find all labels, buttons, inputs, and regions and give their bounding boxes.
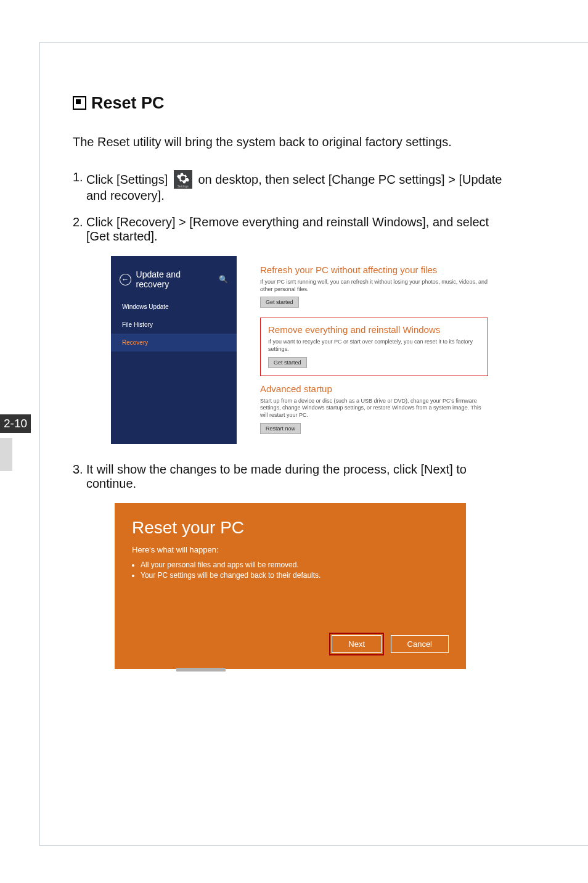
settings-sidebar: ← Update and recovery 🔍 Windows Update F…	[111, 256, 237, 444]
refresh-title: Refresh your PC without affecting your f…	[260, 265, 488, 275]
step-3-number: 3.	[73, 462, 86, 491]
reset-dialog-subtitle: Here's what will happen:	[132, 545, 449, 554]
step-3: 3. It will show the changes to be made d…	[73, 462, 513, 491]
reset-bullet-1: All your personal files and apps will be…	[141, 561, 449, 569]
step-1-number: 1.	[73, 170, 86, 203]
sidebar-title: Update and recovery	[136, 269, 214, 289]
sidebar-item-file-history[interactable]: File History	[111, 316, 237, 334]
dialog-shadow	[176, 668, 226, 671]
remove-get-started-button[interactable]: Get started	[268, 357, 307, 368]
step-3-text: It will show the changes to be made duri…	[86, 462, 513, 491]
screenshot-reset-dialog: Reset your PC Here's what will happen: A…	[115, 503, 466, 669]
remove-title: Remove everything and reinstall Windows	[268, 324, 480, 335]
page-number: 2-10	[0, 414, 31, 433]
section-icon	[73, 96, 86, 110]
step-1-text-a: Click [Settings]	[86, 173, 168, 186]
cancel-button[interactable]: Cancel	[391, 635, 449, 653]
step-1: 1. Click [Settings] Settings on desktop,…	[73, 170, 513, 203]
next-button[interactable]: Next	[332, 635, 382, 653]
gear-icon	[176, 171, 190, 185]
reset-dialog-title: Reset your PC	[132, 518, 449, 538]
screenshot-update-recovery: ← Update and recovery 🔍 Windows Update F…	[111, 256, 513, 444]
back-icon[interactable]: ←	[120, 274, 131, 285]
remove-section-highlight: Remove everything and reinstall Windows …	[260, 318, 488, 376]
step-2-text: Click [Recovery] > [Remove everything an…	[86, 215, 513, 244]
search-icon[interactable]: 🔍	[219, 275, 228, 284]
intro-text: The Reset utility will bring the system …	[73, 135, 513, 149]
reset-bullet-2: Your PC settings will be changed back to…	[141, 571, 449, 580]
step-2: 2. Click [Recovery] > [Remove everything…	[73, 215, 513, 244]
side-tab	[0, 438, 12, 471]
remove-desc: If you want to recycle your PC or start …	[268, 339, 480, 353]
settings-tile-label: Settings	[174, 184, 192, 188]
advanced-desc: Start up from a device or disc (such as …	[260, 398, 488, 419]
title-text: Reset PC	[91, 94, 165, 112]
sidebar-item-windows-update[interactable]: Windows Update	[111, 298, 237, 316]
refresh-desc: If your PC isn't running well, you can r…	[260, 279, 488, 293]
refresh-get-started-button[interactable]: Get started	[260, 297, 299, 308]
sidebar-item-recovery[interactable]: Recovery	[111, 334, 237, 351]
restart-now-button[interactable]: Restart now	[260, 423, 301, 434]
step-2-number: 2.	[73, 215, 86, 244]
advanced-section: Advanced startup Start up from a device …	[260, 384, 488, 434]
page-title: Reset PC	[73, 94, 513, 113]
settings-tile: Settings	[174, 170, 192, 189]
refresh-section: Refresh your PC without affecting your f…	[260, 265, 488, 308]
advanced-title: Advanced startup	[260, 384, 488, 394]
settings-main-panel: Refresh your PC without affecting your f…	[260, 256, 488, 444]
reset-dialog-list: All your personal files and apps will be…	[132, 561, 449, 580]
